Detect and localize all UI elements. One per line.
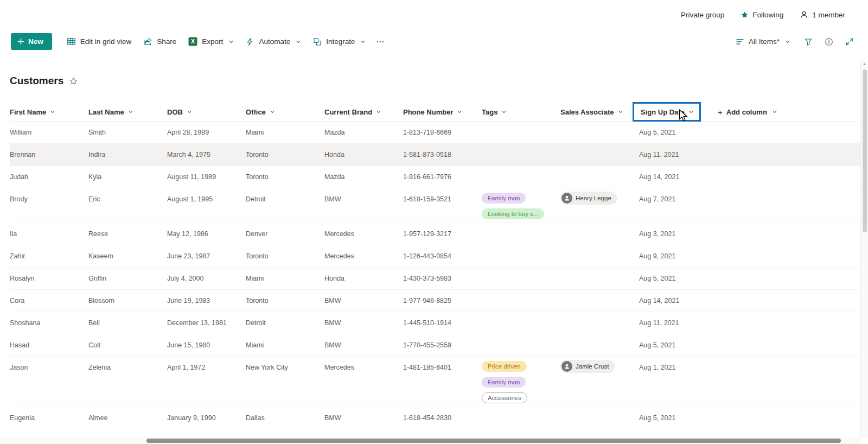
first-name-cell: Brennan — [10, 144, 88, 165]
expand-button[interactable] — [842, 34, 857, 50]
table-row[interactable]: EugeniaAimeeJanuary 9, 1990DallasBMW1-61… — [10, 407, 868, 429]
integrate-icon — [313, 37, 322, 46]
edit-grid-label: Edit in grid view — [80, 37, 132, 46]
avatar — [561, 361, 572, 372]
title-row: Customers — [10, 74, 868, 88]
sales-associate-cell — [560, 245, 639, 251]
filter-button[interactable] — [801, 34, 816, 50]
last-name-cell: Indira — [88, 144, 167, 165]
empty-cell — [718, 122, 868, 135]
column-header-tags[interactable]: Tags — [482, 108, 560, 116]
tag-pill[interactable]: Family man — [482, 193, 526, 204]
tags-cell — [482, 268, 560, 275]
more-commands-button[interactable] — [373, 34, 388, 50]
table-row[interactable]: WilliamSmithApril 28, 1989MiamiMazda1-81… — [10, 122, 868, 144]
empty-cell — [718, 188, 868, 201]
scrollbar-up-arrow[interactable]: ▲ — [861, 60, 868, 67]
new-button-label: New — [28, 37, 43, 46]
avatar — [561, 193, 572, 204]
empty-cell — [718, 223, 868, 236]
table-row[interactable]: ShoshanaBellDecember 13, 1981DetroitBMW1… — [10, 312, 868, 334]
table-row[interactable]: IlaReeseMay 12, 1986DenverMercedes1-957-… — [10, 223, 868, 245]
private-group-text: Private group — [681, 11, 724, 19]
current-brand-cell: Mazda — [324, 122, 403, 143]
tag-pill[interactable]: Accessories — [482, 392, 527, 403]
table-row[interactable]: JudahKylaAugust 11, 1989TorontoMazda1-91… — [10, 166, 868, 188]
current-brand-cell: BMW — [324, 312, 403, 333]
sales-associate-cell — [560, 144, 639, 149]
last-name-cell: Griffin — [88, 268, 167, 289]
view-selector-button[interactable]: All Items* — [731, 34, 795, 50]
tag-pill[interactable]: Family man — [482, 377, 526, 388]
table-row[interactable]: BrodyEricAugust 1, 1995DetroitBMW1-618-1… — [10, 188, 868, 223]
svg-text:X: X — [191, 38, 195, 45]
export-button[interactable]: X Export — [183, 33, 239, 50]
members-label: 1 member — [812, 11, 845, 19]
column-header-sales-associate[interactable]: Sales Associate — [560, 108, 639, 116]
column-header-phone-number[interactable]: Phone Number — [403, 108, 482, 116]
vertical-scrollbar-thumb[interactable] — [863, 69, 867, 232]
signup-date-cell: Aug 14, 2021 — [639, 166, 718, 187]
vertical-scrollbar[interactable]: ▲ — [860, 60, 868, 437]
signup-date-cell: Aug 11, 2021 — [639, 312, 718, 333]
favorite-star-icon[interactable] — [69, 77, 78, 85]
last-name-cell: Eric — [88, 188, 167, 210]
office-cell: Toronto — [246, 290, 324, 311]
office-cell: Toronto — [246, 245, 324, 267]
info-button[interactable] — [821, 34, 837, 50]
column-header-office[interactable]: Office — [246, 108, 324, 116]
tag-pill[interactable]: Price driven — [482, 361, 527, 372]
office-cell: Detroit — [246, 188, 324, 210]
dob-cell: January 9, 1990 — [167, 407, 246, 428]
sales-associate-chip[interactable]: Henry Legge — [560, 192, 617, 205]
chevron-down-icon — [457, 109, 462, 115]
first-name-cell: Rosalyn — [10, 268, 88, 289]
first-name-cell: Eugenia — [10, 407, 88, 428]
phone-number-cell: 1-957-129-3217 — [403, 223, 482, 244]
current-brand-cell: Mazda — [324, 166, 403, 187]
dob-cell: May 12, 1986 — [167, 223, 246, 244]
table-row[interactable]: ZahirKaseemJune 23, 1987TorontoMercedes1… — [10, 245, 868, 268]
automate-icon — [246, 37, 254, 46]
dob-cell: March 4, 1975 — [167, 144, 246, 165]
horizontal-scrollbar-thumb[interactable] — [146, 439, 841, 443]
expand-icon — [845, 37, 854, 46]
column-header-current-brand[interactable]: Current Brand — [324, 108, 403, 116]
column-header-label: Current Brand — [324, 108, 372, 116]
column-header-dob[interactable]: DOB — [167, 108, 246, 116]
signup-date-cell: Aug 5, 2021 — [639, 268, 718, 289]
empty-cell — [718, 357, 868, 370]
office-cell: Toronto — [246, 166, 324, 187]
add-column-button[interactable]: + Add column — [718, 108, 868, 116]
phone-number-cell: 1-618-159-3521 — [403, 188, 482, 210]
integrate-button[interactable]: Integrate — [308, 34, 371, 50]
table-row[interactable]: BrennanIndiraMarch 4, 1975TorontoHonda1-… — [10, 144, 868, 166]
column-header-label: DOB — [167, 108, 183, 116]
first-name-cell: Zahir — [10, 245, 88, 267]
phone-number-cell: 1-481-185-6401 — [403, 357, 482, 378]
table-row[interactable]: RosalynGriffinJuly 4, 2000MiamiHonda1-43… — [10, 268, 868, 290]
automate-button[interactable]: Automate — [241, 34, 306, 50]
column-header-sign-up-date[interactable]: Sign Up Date — [633, 102, 701, 122]
following-button[interactable]: Following — [741, 11, 783, 19]
column-header-last-name[interactable]: Last Name — [88, 108, 167, 116]
phone-number-cell: 1-813-718-6669 — [403, 122, 482, 143]
edit-in-grid-view-button[interactable]: Edit in grid view — [62, 33, 137, 50]
export-label: Export — [202, 37, 223, 46]
members-button[interactable]: 1 member — [800, 10, 845, 19]
table-row[interactable]: JasonZeleniaApril 1, 1972New York CityMe… — [10, 357, 868, 407]
sales-associate-chip[interactable]: Jamie Crust — [560, 360, 615, 373]
signup-date-cell: Aug 7, 2021 — [639, 188, 718, 210]
empty-cell — [718, 166, 868, 179]
column-header-first-name[interactable]: First Name — [10, 108, 88, 116]
sales-associate-cell — [560, 407, 639, 413]
sales-associate-cell — [560, 223, 639, 229]
table-body: WilliamSmithApril 28, 1989MiamiMazda1-81… — [10, 122, 868, 429]
chevron-down-icon — [50, 109, 55, 115]
tag-pill[interactable]: Looking to buy s... — [482, 208, 544, 219]
new-button[interactable]: New — [11, 33, 52, 50]
table-row[interactable]: CoraBlossomJune 19, 1983TorontoBMW1-977-… — [10, 290, 868, 312]
horizontal-scrollbar[interactable] — [0, 437, 860, 444]
share-button[interactable]: Share — [138, 33, 181, 50]
table-row[interactable]: HasadColtJune 15, 1980MiamiBMW1-770-455-… — [10, 334, 868, 357]
